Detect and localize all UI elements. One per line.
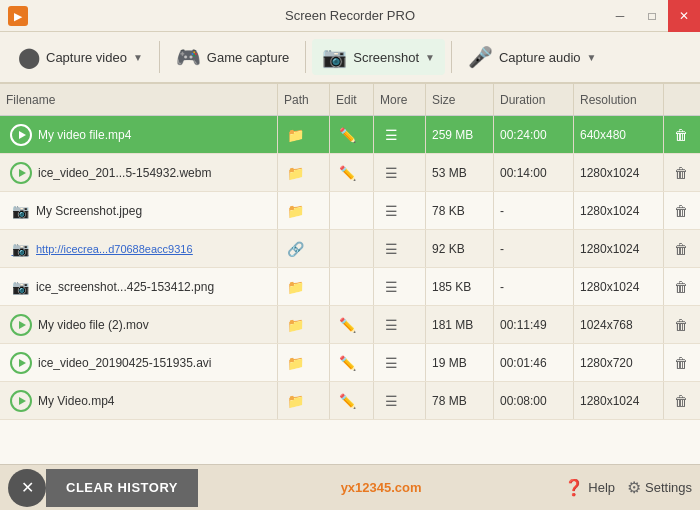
cell-edit: ✏️ [330,154,374,191]
edit-icon[interactable]: ✏️ [336,162,358,184]
more-icon[interactable]: ☰ [380,162,402,184]
game-capture-button[interactable]: 🎮 Game capture [166,39,299,75]
table-row[interactable]: 📷 My Screenshot.jpeg 📁 ☰ 78 KB - 1280x10… [0,192,700,230]
edit-icon[interactable]: ✏️ [336,390,358,412]
folder-icon[interactable]: 📁 [284,124,306,146]
game-capture-label: Game capture [207,50,289,65]
delete-icon[interactable]: 🗑 [670,200,692,222]
cell-more: ☰ [374,116,426,153]
clear-history-button[interactable]: CLEAR HISTORY [46,469,198,507]
delete-icon[interactable]: 🗑 [670,276,692,298]
help-label: Help [588,480,615,495]
capture-audio-button[interactable]: 🎤 Capture audio ▼ [458,39,607,75]
col-header-path: Path [278,84,330,115]
folder-icon[interactable]: 📁 [284,200,306,222]
cell-path: 🔗 [278,230,330,267]
cell-more: ☰ [374,306,426,343]
more-icon[interactable]: ☰ [380,390,402,412]
table-row[interactable]: 📷 http://icecrea...d70688eacc9316 🔗 ☰ 92… [0,230,700,268]
delete-icon[interactable]: 🗑 [670,124,692,146]
col-header-size: Size [426,84,494,115]
maximize-button[interactable]: □ [636,0,668,32]
play-button[interactable] [10,124,32,146]
table-row[interactable]: My video file.mp4 📁 ✏️ ☰ 259 MB 00:24:00… [0,116,700,154]
play-button[interactable] [10,162,32,184]
cell-edit: ✏️ [330,306,374,343]
bottom-right-actions: ❓ Help ⚙ Settings [564,478,692,497]
app-title: Screen Recorder PRO [285,8,415,23]
cell-size: 181 MB [426,306,494,343]
cell-path: 📁 [278,344,330,381]
more-icon[interactable]: ☰ [380,352,402,374]
more-icon[interactable]: ☰ [380,276,402,298]
cell-size: 92 KB [426,230,494,267]
minimize-button[interactable]: ─ [604,0,636,32]
edit-icon[interactable]: ✏️ [336,352,358,374]
cell-edit [330,192,374,229]
folder-icon[interactable]: 📁 [284,390,306,412]
cell-duration: - [494,230,574,267]
edit-icon[interactable]: ✏️ [336,314,358,336]
delete-icon[interactable]: 🗑 [670,352,692,374]
table-row[interactable]: My video file (2).mov 📁 ✏️ ☰ 181 MB 00:1… [0,306,700,344]
table-row[interactable]: ice_video_201...5-154932.webm 📁 ✏️ ☰ 53 … [0,154,700,192]
cell-delete: 🗑 [664,230,700,267]
screenshot-button[interactable]: 📷 Screenshot ▼ [312,39,445,75]
close-button[interactable]: ✕ [668,0,700,32]
col-header-duration: Duration [494,84,574,115]
settings-button[interactable]: ⚙ Settings [627,478,692,497]
edit-icon[interactable]: ✏️ [336,124,358,146]
more-icon[interactable]: ☰ [380,314,402,336]
cell-resolution: 1280x1024 [574,192,664,229]
cell-duration: 00:14:00 [494,154,574,191]
cell-filename: ice_video_20190425-151935.avi [0,344,278,381]
camera-icon: 📷 [10,201,30,221]
clear-x-button[interactable]: ✕ [8,469,46,507]
capture-audio-label: Capture audio [499,50,581,65]
content-area: ⬤ Capture video ▼ 🎮 Game capture 📷 Scree… [0,32,700,510]
help-button[interactable]: ❓ Help [564,478,615,497]
table-row[interactable]: My Video.mp4 📁 ✏️ ☰ 78 MB 00:08:00 1280x… [0,382,700,420]
cell-filename: 📷 ice_screenshot...425-153412.png [0,268,278,305]
file-link[interactable]: http://icecrea...d70688eacc9316 [36,243,193,255]
more-icon[interactable]: ☰ [380,238,402,260]
capture-audio-arrow: ▼ [587,52,597,63]
more-icon[interactable]: ☰ [380,124,402,146]
cell-more: ☰ [374,344,426,381]
cell-path: 📁 [278,116,330,153]
delete-icon[interactable]: 🗑 [670,390,692,412]
play-button[interactable] [10,314,32,336]
delete-icon[interactable]: 🗑 [670,162,692,184]
window-controls: ─ □ ✕ [604,0,700,32]
settings-icon: ⚙ [627,478,641,497]
delete-icon[interactable]: 🗑 [670,314,692,336]
cell-path: 📁 [278,306,330,343]
cell-filename: My Video.mp4 [0,382,278,419]
delete-icon[interactable]: 🗑 [670,238,692,260]
cell-edit: ✏️ [330,382,374,419]
cell-filename: 📷 My Screenshot.jpeg [0,192,278,229]
capture-video-button[interactable]: ⬤ Capture video ▼ [8,39,153,75]
cell-more: ☰ [374,154,426,191]
table-row[interactable]: ice_video_20190425-151935.avi 📁 ✏️ ☰ 19 … [0,344,700,382]
separator-1 [159,41,160,73]
folder-icon[interactable]: 📁 [284,352,306,374]
cell-edit [330,230,374,267]
settings-label: Settings [645,480,692,495]
cell-path: 📁 [278,268,330,305]
folder-icon[interactable]: 📁 [284,314,306,336]
cell-filename: My video file (2).mov [0,306,278,343]
link-icon[interactable]: 🔗 [284,238,306,260]
folder-icon[interactable]: 📁 [284,276,306,298]
col-header-delete [664,84,700,115]
folder-icon[interactable]: 📁 [284,162,306,184]
more-icon[interactable]: ☰ [380,200,402,222]
col-header-resolution: Resolution [574,84,664,115]
play-button[interactable] [10,352,32,374]
watermark-text: yx12345.com [341,480,422,495]
cell-more: ☰ [374,230,426,267]
table-row[interactable]: 📷 ice_screenshot...425-153412.png 📁 ☰ 18… [0,268,700,306]
cell-duration: - [494,268,574,305]
play-button[interactable] [10,390,32,412]
separator-3 [451,41,452,73]
